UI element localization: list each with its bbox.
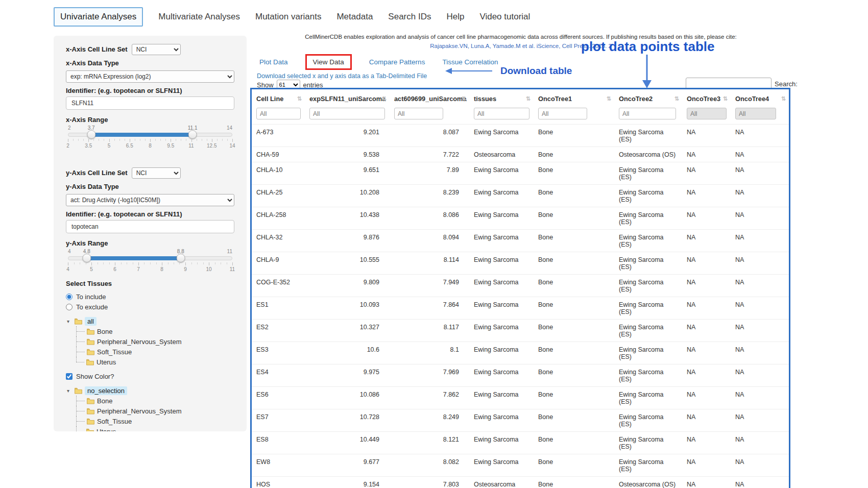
tree-item-uterus[interactable]: Uterus [86, 426, 116, 431]
table-cell: 9.154 [305, 477, 390, 488]
column-filter-input-cell-line[interactable] [256, 108, 301, 119]
filter-cell [731, 107, 789, 125]
table-row-chla-32[interactable]: CHLA-329.8768.094Ewing SarcomaBoneEwing … [252, 230, 789, 252]
column-filter-input-expslfn11-unisarcoma[interactable] [309, 108, 385, 119]
table-row-cog-e-352[interactable]: COG-E-3529.8097.949Ewing SarcomaBoneEwin… [252, 275, 789, 297]
table-row-es3[interactable]: ES310.68.1Ewing SarcomaBoneEwing Sarcoma… [252, 342, 789, 364]
y-identifier-input[interactable] [66, 220, 234, 233]
slider-tick-label: 12.5 [207, 143, 216, 149]
x-identifier-input[interactable] [66, 96, 234, 110]
table-row-es2[interactable]: ES210.3278.117Ewing SarcomaBoneEwing Sar… [252, 320, 789, 342]
tree-item-peripheral-nervous-system[interactable]: Peripheral_Nervous_System [87, 336, 181, 347]
slider-handle-low[interactable] [87, 130, 95, 139]
table-row-chla-10[interactable]: CHLA-109.6517.89Ewing SarcomaBoneEwing S… [252, 162, 789, 185]
table-row-cha-59[interactable]: CHA-599.5387.722OsteosarcomaBoneOsteosar… [252, 147, 789, 162]
nav-tab-metadata[interactable]: Metadata [336, 12, 373, 22]
slider-tick [91, 262, 92, 265]
slider-handle-low[interactable] [82, 254, 91, 262]
slider-handle-high[interactable] [188, 130, 197, 139]
column-header-act609699-unisarcoma[interactable]: act609699_uniSarcoma⇅ [390, 89, 469, 107]
column-header-tissues[interactable]: tissues⇅ [469, 89, 534, 107]
to-exclude-radio[interactable] [66, 304, 73, 310]
column-filter-input-oncotree4[interactable] [735, 108, 776, 119]
table-row-es1[interactable]: ES110.0937.864Ewing SarcomaBoneEwing Sar… [252, 297, 789, 320]
nav-tab-video-tutorial[interactable]: Video tutorial [479, 12, 530, 22]
nav-tab-multivariate-analyses[interactable]: Multivariate Analyses [158, 12, 240, 22]
table-cell: Bone [534, 275, 614, 297]
sort-icon[interactable]: ⇅ [526, 95, 531, 102]
table-row-es8[interactable]: ES810.4498.121Ewing SarcomaBoneEwing Sar… [252, 432, 789, 454]
folder-icon [87, 349, 94, 355]
caret-down-icon[interactable]: ▾ [67, 319, 72, 324]
y-data-type-select[interactable]: act: Drug Activity (-log10[IC50M]) [66, 194, 234, 206]
table-row-a-673[interactable]: A-6739.2018.087Ewing SarcomaBoneEwing Sa… [252, 125, 789, 147]
sort-icon[interactable]: ⇅ [607, 95, 611, 102]
sort-icon[interactable]: ⇅ [723, 95, 728, 102]
tree-item-soft-tissue[interactable]: Soft_Tissue [87, 416, 132, 426]
tree-item-bone[interactable]: Bone [87, 326, 112, 336]
slider-minor-tick [227, 262, 227, 264]
slider-handle-high[interactable] [176, 254, 185, 262]
column-filter-input-tissues[interactable] [474, 108, 529, 119]
table-row-es7[interactable]: ES710.7288.249Ewing SarcomaBoneEwing Sar… [252, 409, 789, 432]
tree-item-uterus[interactable]: Uterus [86, 357, 116, 367]
tree-item-soft-tissue[interactable]: Soft_Tissue [87, 347, 132, 357]
nav-tab-search-ids[interactable]: Search IDs [388, 12, 431, 22]
column-header-cell-line[interactable]: Cell Line⇅ [252, 89, 305, 107]
sidebar-panel: x-Axis Cell Line Set NCI x-Axis Data Typ… [54, 36, 247, 431]
sort-icon[interactable]: ⇅ [462, 95, 466, 102]
tab-tissue-correlation[interactable]: Tissue Correlation [442, 58, 498, 66]
table-cell: 8.114 [390, 252, 469, 275]
slider-minor-tick [203, 262, 204, 264]
x-range-slider[interactable]: 2143.711.123.556.589.51112.514 [68, 126, 232, 150]
sort-icon[interactable]: ⇅ [297, 95, 302, 102]
table-cell: 9.538 [305, 147, 390, 162]
slider-minor-tick [197, 262, 198, 264]
column-filter-input-oncotree2[interactable] [619, 108, 676, 119]
y-range-slider[interactable]: 4114.88.84567891011 [68, 249, 232, 274]
tab-view-data[interactable]: View Data [305, 54, 352, 70]
column-filter-input-oncotree3[interactable] [687, 108, 727, 119]
table-cell: HOS [252, 477, 305, 488]
tree-root-no-selection[interactable]: ▾no_selection [67, 385, 234, 396]
y-cell-line-set-select[interactable]: NCI [132, 167, 181, 179]
tab-compare-patterns[interactable]: Compare Patterns [369, 58, 425, 66]
show-color-checkbox[interactable] [66, 373, 73, 380]
nav-tab-help[interactable]: Help [446, 12, 464, 22]
sort-icon[interactable]: ⇅ [382, 95, 387, 102]
nav-tab-univariate-analyses[interactable]: Univariate Analyses [54, 7, 143, 27]
sort-icon[interactable]: ⇅ [781, 95, 786, 102]
column-filter-input-act609699-unisarcoma[interactable] [394, 108, 443, 119]
table-cell: 7.803 [390, 477, 469, 488]
table-cell: NA [731, 185, 789, 207]
table-row-ew8[interactable]: EW89.6778.082Ewing SarcomaBoneEwing Sarc… [252, 454, 789, 477]
column-header-label: OncoTree2 [619, 95, 653, 103]
table-row-chla-258[interactable]: CHLA-25810.4388.086Ewing SarcomaBoneEwin… [252, 207, 789, 230]
x-cell-line-set-select[interactable]: NCI [132, 44, 181, 55]
slider-minor-tick [155, 139, 156, 141]
table-cell: NA [682, 454, 731, 477]
to-include-radio[interactable] [66, 294, 73, 300]
column-header-oncotree1[interactable]: OncoTree1⇅ [534, 89, 614, 107]
caret-down-icon[interactable]: ▾ [67, 388, 72, 394]
table-row-es4[interactable]: ES49.9757.969Ewing SarcomaBoneEwing Sarc… [252, 364, 789, 387]
tree-root-all[interactable]: ▾all [67, 316, 234, 326]
table-row-chla-9[interactable]: CHLA-910.5558.114Ewing SarcomaBoneEwing … [252, 252, 789, 275]
table-row-hos[interactable]: HOS9.1547.803OsteosarcomaBoneOsteosarcom… [252, 477, 789, 488]
tree-item-peripheral-nervous-system[interactable]: Peripheral_Nervous_System [87, 406, 181, 416]
column-filter-input-oncotree1[interactable] [538, 108, 587, 119]
table-row-es6[interactable]: ES610.0867.862Ewing SarcomaBoneEwing Sar… [252, 387, 789, 409]
x-data-type-select[interactable]: exp: mRNA Expression (log2) [66, 70, 234, 83]
column-header-oncotree4[interactable]: OncoTree4⇅ [731, 89, 789, 107]
table-cell: Osteosarcoma [469, 477, 534, 488]
table-cell: Bone [534, 230, 614, 252]
tab-plot-data[interactable]: Plot Data [259, 58, 288, 66]
column-header-expslfn11-unisarcoma[interactable]: expSLFN11_uniSarcoma⇅ [305, 89, 390, 107]
download-link[interactable]: Download selected x and y axis data as a… [257, 72, 427, 80]
nav-tab-mutation-variants[interactable]: Mutation variants [255, 12, 321, 22]
column-header-oncotree2[interactable]: OncoTree2⇅ [614, 89, 682, 107]
column-header-oncotree3[interactable]: OncoTree3⇅ [682, 89, 731, 107]
tree-item-bone[interactable]: Bone [87, 396, 112, 406]
sort-icon[interactable]: ⇅ [674, 95, 679, 102]
table-row-chla-25[interactable]: CHLA-2510.2088.239Ewing SarcomaBoneEwing… [252, 185, 789, 207]
